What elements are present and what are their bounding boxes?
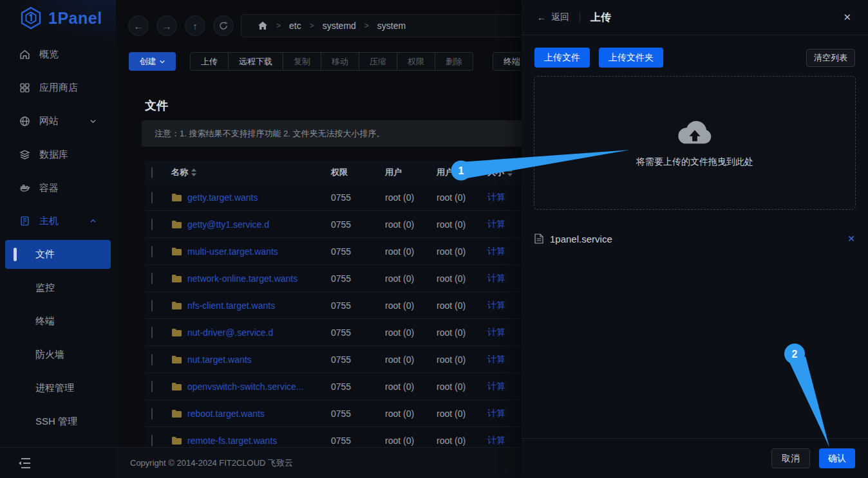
permission-cell: 0755	[331, 381, 385, 392]
calculate-size-link[interactable]: 计算	[487, 327, 505, 337]
user-cell: root (0)	[385, 192, 437, 203]
copy-button[interactable]: 复制	[283, 52, 321, 71]
calculate-size-link[interactable]: 计算	[487, 300, 505, 310]
container-icon	[19, 183, 30, 194]
calculate-size-link[interactable]: 计算	[487, 354, 505, 364]
host-icon	[19, 216, 30, 226]
sidebar-subitem-firewall[interactable]: 防火墙	[0, 343, 116, 366]
refresh-button[interactable]	[213, 15, 234, 36]
row-checkbox[interactable]	[151, 327, 153, 338]
cancel-button[interactable]: 取消	[771, 448, 810, 468]
sidebar-subitem-label: 监控	[35, 282, 55, 294]
column-header-size[interactable]: 大小	[487, 167, 504, 178]
file-name-link[interactable]: reboot.target.wants	[187, 409, 265, 419]
calculate-size-link[interactable]: 计算	[487, 435, 505, 445]
file-name-link[interactable]: getty.target.wants	[187, 192, 258, 203]
brand-logo[interactable]: 1Panel	[19, 6, 102, 30]
permission-cell: 0755	[331, 192, 385, 203]
remote-download-button[interactable]: 远程下载	[229, 52, 283, 71]
group-cell: root (0)	[437, 219, 487, 230]
sidebar-item-website[interactable]: 网站	[0, 109, 116, 133]
upload-button[interactable]: 上传	[190, 52, 229, 71]
create-button[interactable]: 创建	[129, 52, 176, 71]
clear-list-button[interactable]: 清空列表	[806, 49, 855, 67]
row-checkbox[interactable]	[151, 381, 153, 392]
sidebar-item-database[interactable]: 数据库	[0, 143, 116, 166]
collapse-sidebar-icon[interactable]	[17, 456, 32, 470]
breadcrumb-separator: >	[310, 21, 314, 30]
sidebar-item-app-store[interactable]: 应用商店	[0, 76, 116, 99]
file-name-link[interactable]: nfs-client.target.wants	[187, 300, 275, 311]
permission-cell: 0755	[331, 354, 385, 365]
file-name-link[interactable]: network-online.target.wants	[187, 273, 297, 284]
sidebar-subitem-monitor[interactable]: 监控	[0, 276, 116, 299]
permission-cell: 0755	[331, 327, 385, 338]
sidebar-item-overview[interactable]: 概览	[0, 42, 116, 66]
folder-icon	[171, 436, 182, 445]
column-header-name[interactable]: 名称	[171, 167, 188, 178]
sidebar-subitem-ssh[interactable]: SSH 管理	[0, 410, 116, 433]
home-breadcrumb-icon[interactable]	[258, 21, 268, 31]
calculate-size-link[interactable]: 计算	[487, 273, 505, 283]
calculate-size-link[interactable]: 计算	[487, 219, 505, 229]
permission-cell: 0755	[331, 409, 385, 419]
file-name-link[interactable]: openvswitch-switch.service...	[187, 381, 304, 392]
permission-cell: 0755	[331, 246, 385, 257]
upload-file-button[interactable]: 上传文件	[534, 48, 590, 68]
sidebar-subitem-process[interactable]: 进程管理	[0, 376, 116, 400]
confirm-button[interactable]: 确认	[819, 448, 855, 468]
close-icon[interactable]: ✕	[843, 12, 851, 23]
row-checkbox[interactable]	[151, 192, 153, 203]
folder-icon	[171, 382, 182, 391]
back-button[interactable]: ← 返回	[537, 12, 569, 23]
sidebar-item-host[interactable]: 主机	[0, 209, 116, 232]
file-name-link[interactable]: getty@tty1.service.d	[187, 219, 269, 230]
row-checkbox[interactable]	[151, 354, 153, 365]
file-name-link[interactable]: nut-driver@.service.d	[187, 327, 273, 338]
file-name-link[interactable]: multi-user.target.wants	[187, 246, 278, 257]
move-button[interactable]: 移动	[321, 52, 359, 71]
upload-dropzone[interactable]: 将需要上传的文件拖曳到此处	[534, 76, 856, 210]
row-checkbox[interactable]	[151, 408, 153, 419]
breadcrumb-segment-system[interactable]: system	[377, 21, 406, 31]
compress-button[interactable]: 压缩	[359, 52, 397, 71]
upload-folder-button[interactable]: 上传文件夹	[599, 48, 663, 68]
file-name-link[interactable]: remote-fs.target.wants	[187, 436, 277, 446]
row-checkbox[interactable]	[151, 273, 153, 284]
nav-forward-button[interactable]: →	[156, 15, 177, 36]
group-cell: root (0)	[437, 381, 487, 392]
cloud-upload-icon	[675, 118, 715, 147]
permission-cell: 0755	[331, 219, 385, 230]
app-window: 1Panel 概览 应用商店 网站 数据库 容器 主机	[0, 0, 868, 478]
breadcrumb-segment-etc[interactable]: etc	[289, 21, 301, 31]
remove-file-icon[interactable]: ✕	[847, 234, 855, 244]
user-cell: root (0)	[385, 273, 437, 284]
nav-up-button[interactable]: ↑	[185, 15, 205, 36]
file-name-link[interactable]: nut.target.wants	[187, 354, 252, 365]
file-actions-group: 上传 远程下载 复制 移动 压缩 权限 删除	[190, 52, 473, 71]
calculate-size-link[interactable]: 计算	[487, 408, 505, 418]
row-checkbox[interactable]	[151, 435, 153, 446]
hexagon-logo-icon	[19, 6, 42, 30]
active-indicator-bar	[14, 248, 17, 261]
sidebar-item-container[interactable]: 容器	[0, 176, 116, 199]
sidebar-item-label: 数据库	[39, 149, 68, 161]
sidebar-subitem-terminal[interactable]: 终端	[0, 309, 116, 333]
upload-list-item: 1panel.service ✕	[534, 229, 855, 248]
group-cell: root (0)	[437, 354, 487, 365]
breadcrumb-segment-systemd[interactable]: systemd	[323, 21, 356, 31]
select-all-checkbox[interactable]	[151, 167, 153, 178]
delete-button[interactable]: 删除	[435, 52, 473, 71]
calculate-size-link[interactable]: 计算	[487, 192, 505, 202]
calculate-size-link[interactable]: 计算	[487, 246, 505, 256]
calculate-size-link[interactable]: 计算	[487, 381, 505, 391]
row-checkbox[interactable]	[151, 300, 153, 311]
row-checkbox[interactable]	[151, 246, 153, 257]
sort-icon[interactable]	[507, 169, 513, 176]
sidebar-subitem-files[interactable]: 文件	[5, 240, 111, 269]
permission-button[interactable]: 权限	[397, 52, 435, 71]
sort-icon[interactable]	[191, 169, 196, 176]
row-checkbox[interactable]	[151, 219, 153, 230]
nav-back-button[interactable]: ←	[128, 15, 149, 36]
create-button-label: 创建	[140, 56, 156, 68]
